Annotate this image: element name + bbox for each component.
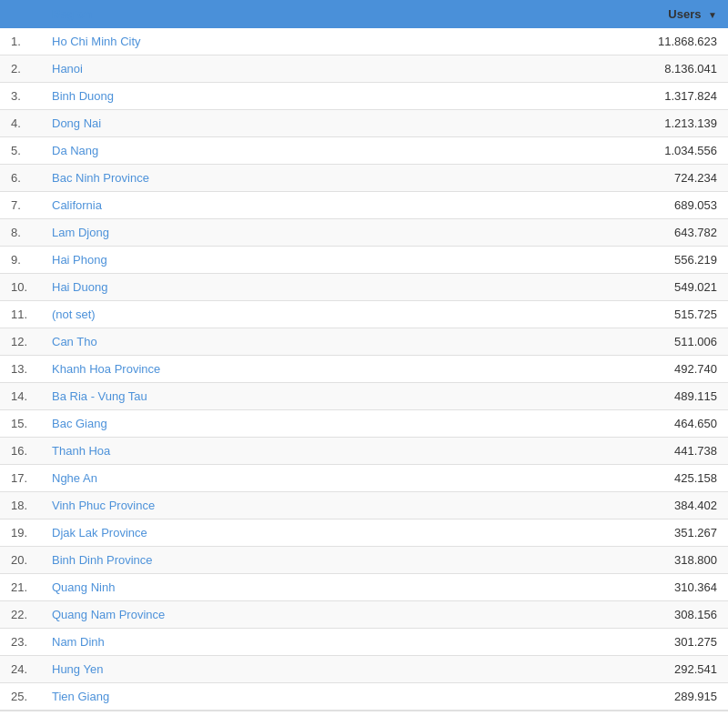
region-cell[interactable]: Lam Djong: [41, 219, 610, 247]
table-row: 3.Binh Duong1.317.824: [0, 83, 728, 110]
rank-cell: 14.: [0, 383, 41, 410]
table-row: 2.Hanoi8.136.041: [0, 55, 728, 83]
region-cell[interactable]: Nam Dinh: [41, 629, 610, 656]
region-cell[interactable]: Khanh Hoa Province: [41, 356, 610, 383]
region-cell[interactable]: Bac Giang: [41, 410, 610, 438]
users-cell: 11.868.623: [610, 28, 728, 55]
table-row: 16.Thanh Hoa441.738: [0, 438, 728, 465]
table-row: 13.Khanh Hoa Province492.740: [0, 356, 728, 383]
table-row: 24.Hung Yen292.541: [0, 656, 728, 683]
users-cell: 1.034.556: [610, 137, 728, 165]
table-row: 14.Ba Ria - Vung Tau489.115: [0, 383, 728, 410]
region-cell[interactable]: Binh Dinh Province: [41, 547, 610, 574]
table-header-row: Region Users ▼: [0, 0, 728, 28]
rank-cell: 21.: [0, 574, 41, 601]
users-cell: 301.275: [610, 629, 728, 656]
users-cell: 425.158: [610, 465, 728, 492]
table-row: 18.Vinh Phuc Province384.402: [0, 492, 728, 519]
users-cell: 556.219: [610, 247, 728, 274]
rank-cell: 19.: [0, 519, 41, 547]
table-row: 21.Quang Ninh310.364: [0, 574, 728, 601]
region-cell[interactable]: Ho Chi Minh City: [41, 28, 610, 55]
main-container: Region Users ▼ 1.Ho Chi Minh City11.868.…: [0, 0, 728, 716]
users-cell: 492.740: [610, 356, 728, 383]
table-body: 1.Ho Chi Minh City11.868.6232.Hanoi8.136…: [0, 28, 728, 711]
users-cell: 689.053: [610, 192, 728, 219]
region-cell[interactable]: California: [41, 192, 610, 219]
users-cell: 511.006: [610, 328, 728, 356]
users-cell: 515.725: [610, 301, 728, 328]
rank-cell: 12.: [0, 328, 41, 356]
users-cell: 308.156: [610, 601, 728, 629]
table-row: 15.Bac Giang464.650: [0, 410, 728, 438]
table-row: 10.Hai Duong549.021: [0, 274, 728, 301]
data-table: Region Users ▼ 1.Ho Chi Minh City11.868.…: [0, 0, 728, 711]
table-row: 6.Bac Ninh Province724.234: [0, 165, 728, 192]
table-row: 19.Djak Lak Province351.267: [0, 519, 728, 547]
region-cell[interactable]: (not set): [41, 301, 610, 328]
region-cell[interactable]: Djak Lak Province: [41, 519, 610, 547]
rank-cell: 24.: [0, 656, 41, 683]
users-cell: 351.267: [610, 519, 728, 547]
region-cell[interactable]: Hai Phong: [41, 247, 610, 274]
region-cell[interactable]: Tien Giang: [41, 683, 610, 711]
rank-cell: 4.: [0, 110, 41, 137]
rank-cell: 3.: [0, 83, 41, 110]
region-cell[interactable]: Hung Yen: [41, 656, 610, 683]
table-row: 8.Lam Djong643.782: [0, 219, 728, 247]
users-header-label: Users: [668, 7, 701, 21]
region-cell[interactable]: Hai Duong: [41, 274, 610, 301]
region-cell[interactable]: Thanh Hoa: [41, 438, 610, 465]
users-cell: 549.021: [610, 274, 728, 301]
region-cell[interactable]: Hanoi: [41, 55, 610, 83]
rank-cell: 5.: [0, 137, 41, 165]
table-row: 4.Dong Nai1.213.139: [0, 110, 728, 137]
users-cell: 489.115: [610, 383, 728, 410]
users-cell: 643.782: [610, 219, 728, 247]
region-header[interactable]: Region: [41, 0, 610, 28]
rank-cell: 23.: [0, 629, 41, 656]
region-cell[interactable]: Vinh Phuc Province: [41, 492, 610, 519]
region-cell[interactable]: Binh Duong: [41, 83, 610, 110]
users-header[interactable]: Users ▼: [610, 0, 728, 28]
table-row: 9.Hai Phong556.219: [0, 247, 728, 274]
users-cell: 1.317.824: [610, 83, 728, 110]
users-cell: 1.213.139: [610, 110, 728, 137]
users-cell: 441.738: [610, 438, 728, 465]
rank-cell: 1.: [0, 28, 41, 55]
rank-cell: 10.: [0, 274, 41, 301]
region-cell[interactable]: Ba Ria - Vung Tau: [41, 383, 610, 410]
region-cell[interactable]: Bac Ninh Province: [41, 165, 610, 192]
pagination-bar: 1 - 100 / 1903 ‹ ›: [0, 711, 728, 716]
users-cell: 318.800: [610, 547, 728, 574]
rank-cell: 17.: [0, 465, 41, 492]
region-cell[interactable]: Da Nang: [41, 137, 610, 165]
region-header-label: Region: [52, 7, 92, 21]
table-row: 5.Da Nang1.034.556: [0, 137, 728, 165]
table-row: 20.Binh Dinh Province318.800: [0, 547, 728, 574]
region-cell[interactable]: Quang Nam Province: [41, 601, 610, 629]
table-row: 11.(not set)515.725: [0, 301, 728, 328]
users-cell: 464.650: [610, 410, 728, 438]
rank-cell: 18.: [0, 492, 41, 519]
rank-cell: 22.: [0, 601, 41, 629]
rank-cell: 25.: [0, 683, 41, 711]
region-cell[interactable]: Quang Ninh: [41, 574, 610, 601]
users-cell: 724.234: [610, 165, 728, 192]
rank-cell: 16.: [0, 438, 41, 465]
table-row: 12.Can Tho511.006: [0, 328, 728, 356]
rank-cell: 9.: [0, 247, 41, 274]
rank-cell: 11.: [0, 301, 41, 328]
users-cell: 8.136.041: [610, 55, 728, 83]
rank-header: [0, 0, 41, 28]
rank-cell: 8.: [0, 219, 41, 247]
region-cell[interactable]: Can Tho: [41, 328, 610, 356]
users-cell: 289.915: [610, 683, 728, 711]
table-row: 25.Tien Giang289.915: [0, 683, 728, 711]
table-row: 22.Quang Nam Province308.156: [0, 601, 728, 629]
rank-cell: 6.: [0, 165, 41, 192]
rank-cell: 7.: [0, 192, 41, 219]
region-cell[interactable]: Dong Nai: [41, 110, 610, 137]
region-cell[interactable]: Nghe An: [41, 465, 610, 492]
table-row: 1.Ho Chi Minh City11.868.623: [0, 28, 728, 55]
